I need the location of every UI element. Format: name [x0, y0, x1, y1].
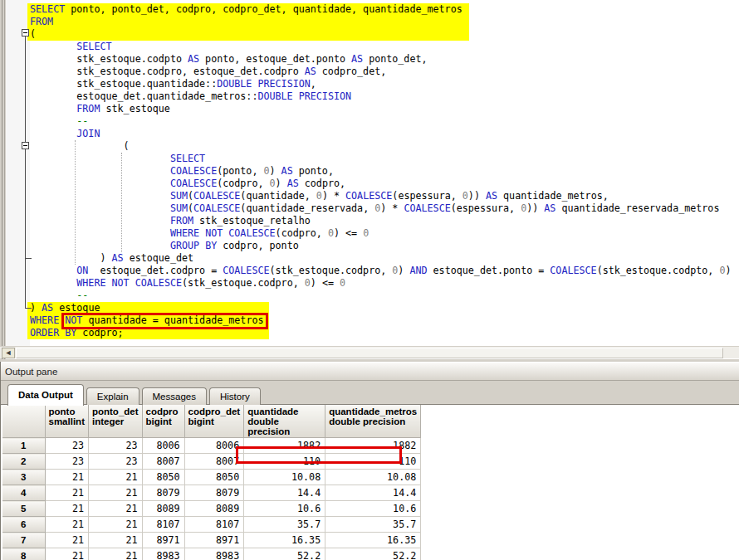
grid-cell[interactable]: 14.4: [325, 485, 421, 501]
grid-cell[interactable]: 8079: [142, 485, 184, 501]
row-number[interactable]: 6: [2, 517, 45, 533]
grid-cell[interactable]: 8006: [184, 438, 244, 454]
fold-collapse-icon[interactable]: [22, 142, 29, 149]
grid-cell[interactable]: 23: [45, 438, 88, 454]
fold-end-tick: [26, 308, 32, 309]
sql-line[interactable]: --: [30, 290, 732, 302]
sql-line[interactable]: ) AS estoque_det: [30, 252, 732, 265]
row-number[interactable]: 1: [2, 438, 45, 454]
grid-cell[interactable]: 21: [88, 470, 142, 485]
grid-cell[interactable]: 8089: [184, 501, 244, 517]
sql-line[interactable]: stk_estoque.codpro, estoque_det.codpro A…: [30, 66, 732, 78]
fold-scope-line: [25, 36, 26, 309]
column-header-quantidade[interactable]: quantidadedouble precision: [244, 405, 325, 438]
grid-cell[interactable]: 21: [88, 501, 142, 517]
grid-cell[interactable]: 8050: [184, 470, 244, 485]
sql-line[interactable]: SUM(COALESCE(quantidade_reservada, 0) * …: [30, 202, 732, 215]
sql-line[interactable]: WHERE NOT COALESCE(stk_estoque.codpro, 0…: [30, 277, 732, 290]
editor-horizontal-scrollbar[interactable]: ◄: [0, 346, 739, 358]
grid-cell[interactable]: 8079: [184, 485, 244, 501]
fold-collapse-icon[interactable]: [22, 29, 29, 37]
grid-cell[interactable]: 8050: [142, 470, 184, 485]
results-table[interactable]: pontosmallintponto_detintegercodprobigin…: [2, 405, 421, 560]
grid-cell[interactable]: 23: [45, 454, 88, 470]
grid-cell[interactable]: 10.6: [325, 501, 421, 517]
sql-code-area[interactable]: SELECT ponto, ponto_det, codpro, codpro_…: [0, 0, 739, 346]
tab-data-output[interactable]: Data Output: [7, 384, 84, 406]
column-header-quantidade_metros[interactable]: quantidade_metrosdouble precision: [325, 405, 421, 438]
grid-cell[interactable]: 10.6: [244, 501, 325, 517]
grid-cell[interactable]: 21: [45, 548, 88, 560]
grid-cell[interactable]: 21: [88, 517, 142, 533]
grid-cell[interactable]: 8007: [142, 454, 184, 470]
sql-line[interactable]: stk_estoque.quantidade::DOUBLE PRECISION…: [30, 78, 732, 90]
scrollbar-thumb[interactable]: [16, 348, 723, 358]
tab-explain[interactable]: Explain: [86, 387, 139, 405]
grid-cell[interactable]: 8983: [184, 548, 244, 560]
grid-cell[interactable]: 21: [45, 517, 88, 533]
grid-cell[interactable]: 8089: [142, 501, 184, 517]
row-number[interactable]: 3: [2, 470, 45, 485]
row-number[interactable]: 7: [2, 533, 45, 548]
grid-cell[interactable]: 21: [88, 485, 142, 501]
red-annotation-box-sql: [61, 313, 268, 329]
grid-cell[interactable]: 8971: [142, 533, 184, 548]
row-number[interactable]: 2: [2, 454, 45, 470]
sql-line[interactable]: SELECT: [30, 41, 732, 53]
sql-line[interactable]: COALESCE(ponto, 0) AS ponto,: [30, 165, 732, 178]
grid-cell[interactable]: 21: [45, 501, 88, 517]
column-header-codpro_det[interactable]: codpro_detbigint: [184, 405, 244, 438]
grid-cell[interactable]: 8107: [184, 517, 244, 533]
grid-cell[interactable]: 8007: [184, 454, 244, 470]
column-header-codpro[interactable]: codprobigint: [142, 405, 184, 438]
sql-line[interactable]: WHERE NOT COALESCE(codpro, 0) <= 0: [30, 227, 732, 240]
grid-cell[interactable]: 23: [88, 454, 142, 470]
data-output-grid[interactable]: pontosmallintponto_detintegercodprobigin…: [1, 405, 739, 560]
sql-line[interactable]: estoque_det.quantidade_metros::DOUBLE PR…: [30, 90, 732, 103]
grid-cell[interactable]: 10.08: [325, 470, 421, 485]
grid-cell[interactable]: 10.08: [244, 470, 325, 485]
grid-cell[interactable]: 21: [88, 548, 142, 560]
grid-cell[interactable]: 52.2: [244, 548, 325, 560]
sql-line[interactable]: JOIN: [30, 128, 732, 140]
grid-cell[interactable]: 21: [45, 470, 88, 485]
row-number-header[interactable]: [2, 405, 45, 438]
sql-line[interactable]: FROM stk_estoque: [30, 103, 732, 115]
sql-line[interactable]: stk_estoque.codpto AS ponto, estoque_det…: [30, 53, 732, 66]
grid-cell[interactable]: 21: [45, 485, 88, 501]
sql-line[interactable]: SELECT ponto, ponto_det, codpro, codpro_…: [30, 3, 732, 16]
sql-line[interactable]: COALESCE(codpro, 0) AS codpro,: [30, 178, 732, 190]
sql-line[interactable]: FROM stk_estoque_retalho: [30, 215, 732, 227]
grid-cell[interactable]: 16.35: [325, 533, 421, 548]
table-row: 321218050805010.0810.08: [2, 470, 421, 485]
column-header-ponto[interactable]: pontosmallint: [45, 405, 88, 438]
grid-cell[interactable]: 35.7: [244, 517, 325, 533]
sql-line[interactable]: (: [30, 140, 732, 153]
sql-line[interactable]: SUM(COALESCE(quantidade, 0) * COALESCE(e…: [30, 190, 732, 202]
column-header-ponto_det[interactable]: ponto_detinteger: [88, 405, 142, 438]
row-number[interactable]: 4: [2, 485, 45, 501]
grid-cell[interactable]: 8107: [142, 517, 184, 533]
grid-cell[interactable]: 52.2: [325, 548, 421, 560]
sql-line[interactable]: FROM: [30, 16, 732, 28]
sql-line[interactable]: ON estoque_det.codpro = COALESCE(stk_est…: [30, 265, 732, 277]
sql-line[interactable]: (: [30, 28, 732, 41]
row-number[interactable]: 5: [2, 501, 45, 517]
grid-cell[interactable]: 23: [88, 438, 142, 454]
grid-cell[interactable]: 8983: [142, 548, 184, 560]
tab-messages[interactable]: Messages: [142, 387, 207, 405]
grid-cell[interactable]: 14.4: [244, 485, 325, 501]
grid-cell[interactable]: 21: [88, 533, 142, 548]
sql-line[interactable]: SELECT: [30, 153, 732, 165]
tab-history[interactable]: History: [209, 387, 261, 405]
sql-line[interactable]: GROUP BY codpro, ponto: [30, 240, 732, 252]
grid-cell[interactable]: 8006: [142, 438, 184, 454]
sql-line[interactable]: --: [30, 115, 732, 128]
grid-cell[interactable]: 35.7: [325, 517, 421, 533]
grid-cell[interactable]: 21: [45, 533, 88, 548]
sql-editor[interactable]: SELECT ponto, ponto_det, codpro, codpro_…: [0, 0, 739, 359]
row-number[interactable]: 8: [2, 548, 45, 560]
scroll-left-arrow-icon[interactable]: ◄: [2, 348, 15, 358]
grid-cell[interactable]: 8971: [184, 533, 244, 548]
grid-cell[interactable]: 16.35: [244, 533, 325, 548]
